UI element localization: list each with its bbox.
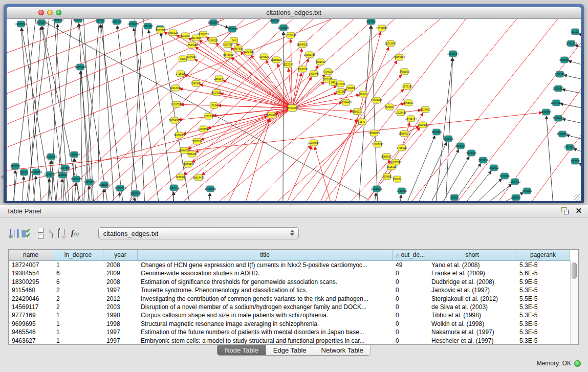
graph-node[interactable]: 5960123 bbox=[168, 30, 178, 36]
graph-node[interactable]: 7485063 bbox=[399, 69, 409, 75]
graph-node[interactable]: 2935114 bbox=[478, 157, 488, 163]
graph-node[interactable]: 16961758 bbox=[304, 52, 315, 58]
graph-node[interactable]: 1640954 bbox=[431, 129, 442, 135]
rows-button[interactable] bbox=[38, 228, 43, 239]
table-selector-dropdown[interactable]: citations_edges.txt bbox=[98, 227, 299, 239]
graph-node[interactable]: 2435051 bbox=[10, 163, 20, 169]
graph-node[interactable]: 39159 bbox=[20, 169, 28, 176]
column-header-year[interactable]: year bbox=[103, 250, 138, 260]
graph-node[interactable]: 8813054 bbox=[270, 19, 280, 24]
graph-node[interactable]: 8322037 bbox=[283, 61, 293, 68]
graph-node[interactable]: 6873197 bbox=[455, 143, 466, 149]
graph-node[interactable]: 9397558 bbox=[60, 165, 70, 171]
graph-node[interactable]: 12353594 bbox=[198, 126, 209, 132]
graph-node[interactable]: 24355724 bbox=[15, 21, 27, 27]
graph-node[interactable]: 9084067 bbox=[381, 154, 391, 160]
graph-node[interactable]: 7955812 bbox=[315, 59, 325, 65]
graph-node[interactable]: 18099489 bbox=[183, 161, 194, 167]
tab-node-table[interactable]: Node Table bbox=[217, 345, 266, 355]
graph-node[interactable]: 15716485 bbox=[205, 186, 216, 192]
graph-node[interactable]: 9457771 bbox=[169, 185, 179, 191]
select-column-button[interactable] bbox=[17, 230, 18, 237]
graph-node[interactable]: 2986322 bbox=[352, 108, 362, 115]
graph-node[interactable]: 6794028 bbox=[323, 69, 333, 75]
tab-edge-table[interactable]: Edge Table bbox=[266, 345, 314, 355]
graph-node[interactable]: 12923448 bbox=[130, 190, 141, 196]
graph-node[interactable]: 1167533 bbox=[570, 158, 580, 164]
graph-node[interactable]: 13588520 bbox=[271, 57, 282, 63]
graph-node[interactable]: 12213967 bbox=[385, 40, 396, 47]
graph-node[interactable]: 10973493 bbox=[394, 54, 405, 60]
graph-node[interactable]: 20206535 bbox=[46, 154, 57, 160]
show-columns-button[interactable]: ✔✔ bbox=[26, 229, 31, 238]
graph-node[interactable]: 12342757 bbox=[44, 171, 55, 178]
tab-network-table[interactable]: Network Table bbox=[314, 345, 371, 355]
graph-node[interactable]: 15692931 bbox=[557, 131, 568, 137]
graph-node[interactable]: 1145194 bbox=[57, 172, 67, 178]
graph-node[interactable]: 9115460 bbox=[420, 106, 430, 113]
graph-node[interactable]: 18495764 bbox=[405, 116, 417, 122]
function-builder-button[interactable]: f(x) bbox=[71, 229, 79, 237]
table-row[interactable]: 969969511998Structural magnetic resonanc… bbox=[9, 320, 578, 328]
graph-node[interactable]: 16914479 bbox=[193, 174, 204, 181]
graph-node[interactable]: 9227343 bbox=[555, 71, 565, 77]
vertical-scrollbar[interactable] bbox=[570, 260, 578, 344]
column-header-title[interactable]: title bbox=[138, 250, 393, 260]
graph-node[interactable]: 12213363 bbox=[170, 85, 181, 91]
graph-node[interactable]: 8471676 bbox=[499, 173, 510, 179]
graph-node[interactable]: 10719135 bbox=[127, 21, 139, 27]
graph-node[interactable]: 546 bbox=[230, 37, 238, 43]
graph-node[interactable]: 8454749 bbox=[244, 49, 254, 55]
graph-node[interactable]: 9733426 bbox=[397, 188, 407, 194]
graph-node[interactable]: 746266 bbox=[346, 85, 355, 91]
memory-status[interactable]: Memory: OK bbox=[537, 360, 581, 367]
graph-node[interactable]: 2087682 bbox=[366, 19, 376, 25]
graph-node[interactable]: 17359934 bbox=[69, 151, 80, 158]
graph-node[interactable]: 12444194 bbox=[551, 100, 562, 106]
graph-node[interactable]: 9527506 bbox=[191, 35, 201, 41]
column-header-in_degree[interactable]: in_degree bbox=[53, 250, 103, 260]
graph-node[interactable]: 9896 bbox=[179, 56, 187, 62]
graph-node[interactable]: 1990448 bbox=[309, 71, 319, 77]
graph-node[interactable]: 7557224 bbox=[227, 26, 237, 32]
graph-node[interactable]: 9699695 bbox=[418, 122, 428, 128]
graph-node-hub[interactable]: 18724007 bbox=[287, 105, 298, 112]
graph-node[interactable]: 8267130 bbox=[204, 113, 214, 119]
graph-node[interactable]: 7663822 bbox=[156, 27, 166, 33]
graph-node[interactable]: 16033809 bbox=[208, 19, 219, 26]
graph-node[interactable]: 9777169 bbox=[335, 81, 345, 87]
graph-node[interactable]: 5878334 bbox=[192, 138, 202, 144]
graph-node[interactable]: 18807243 bbox=[372, 141, 383, 147]
graph-node[interactable]: 12093873 bbox=[553, 85, 564, 92]
close-window-icon[interactable] bbox=[38, 10, 44, 15]
graph-node[interactable]: 19384554 bbox=[308, 140, 319, 146]
graph-node[interactable]: 15751074 bbox=[565, 40, 577, 47]
delete-table-button[interactable] bbox=[64, 230, 65, 237]
graph-node[interactable]: 19166825 bbox=[173, 132, 185, 138]
graph-node[interactable]: 92450 bbox=[451, 194, 459, 201]
graph-node[interactable]: 19854025 bbox=[169, 117, 180, 123]
graph-node[interactable]: 20593714 bbox=[52, 19, 63, 23]
graph-node[interactable]: 2967608 bbox=[233, 46, 243, 52]
graph-node[interactable]: 6497568 bbox=[336, 89, 346, 95]
network-canvas[interactable]: 2435572420691406205937141065328715276026… bbox=[7, 18, 581, 201]
graph-node[interactable]: 10025438 bbox=[395, 110, 406, 116]
graph-node[interactable]: 17016504 bbox=[564, 144, 575, 150]
graph-node[interactable]: 16648784 bbox=[447, 51, 459, 57]
graph-node[interactable]: 7632621 bbox=[489, 165, 499, 171]
graph-node[interactable]: 10654112 bbox=[509, 179, 520, 185]
graph-node[interactable]: 20364436 bbox=[340, 99, 352, 105]
canvas-resize-grip[interactable] bbox=[574, 194, 580, 201]
graph-node[interactable]: 2803144 bbox=[214, 76, 224, 82]
float-panel-icon[interactable] bbox=[561, 207, 569, 215]
graph-node[interactable]: 14524851 bbox=[381, 173, 393, 180]
scrollbar-thumb[interactable] bbox=[572, 262, 577, 279]
graph-node[interactable]: 13505135 bbox=[71, 176, 82, 182]
graph-node[interactable]: 16245 bbox=[360, 91, 367, 97]
graph-node[interactable]: 9474444 bbox=[466, 150, 476, 156]
graph-node[interactable]: 11123 bbox=[572, 29, 579, 35]
graph-node[interactable]: 16958107 bbox=[99, 182, 110, 188]
graph-node[interactable]: 20691406 bbox=[36, 19, 47, 26]
window-titlebar[interactable]: citations_edges.txt bbox=[7, 7, 581, 18]
graph-node[interactable]: 1527602 bbox=[95, 19, 105, 24]
